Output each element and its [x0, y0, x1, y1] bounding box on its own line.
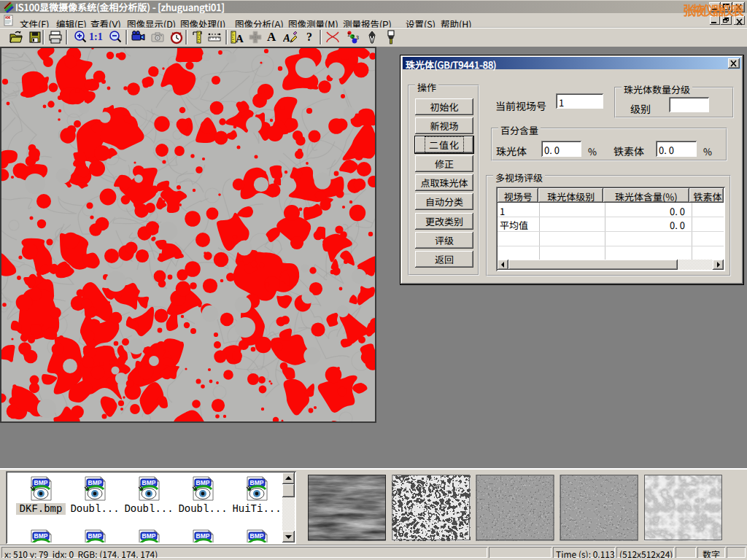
- svg-text:3: 3: [356, 35, 359, 40]
- svg-text:1: 1: [347, 32, 350, 37]
- svg-text:DOC: DOC: [5, 16, 13, 20]
- svg-text:A: A: [283, 32, 290, 44]
- svg-text:A: A: [236, 33, 244, 44]
- svg-text:2: 2: [352, 34, 355, 39]
